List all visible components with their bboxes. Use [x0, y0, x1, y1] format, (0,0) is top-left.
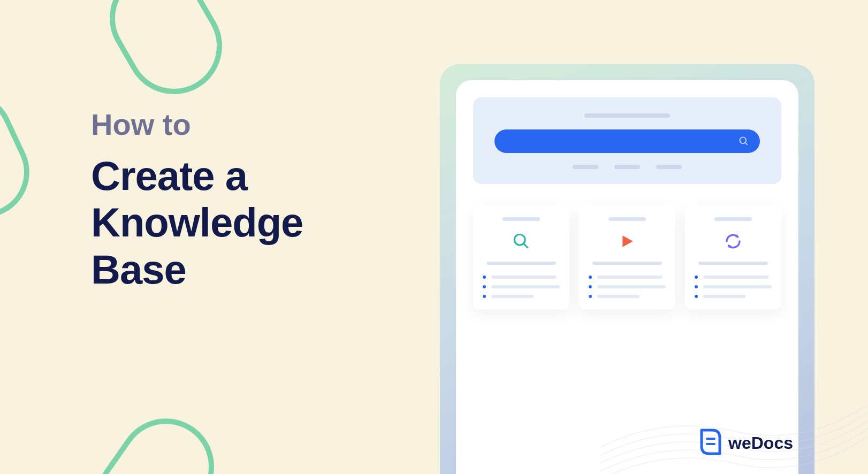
list-item: [589, 276, 666, 279]
placeholder-line: [614, 165, 640, 169]
search-icon: [738, 136, 749, 147]
placeholder-line: [698, 262, 768, 265]
placeholder-line: [584, 113, 670, 118]
list-item: [483, 295, 560, 298]
list-item: [483, 276, 560, 279]
refresh-icon: [722, 231, 744, 252]
list-item: [695, 285, 772, 288]
list-item: [483, 285, 560, 288]
wedocs-logo-icon: [699, 428, 722, 458]
decorative-blob: [78, 400, 233, 474]
placeholder-line: [486, 262, 556, 265]
category-cards-row: [473, 205, 781, 310]
play-icon: [616, 231, 638, 252]
decorative-blob: [92, 0, 240, 112]
knowledge-base-mockup-frame: [440, 64, 814, 474]
bullet-list: [695, 276, 772, 298]
placeholder-line: [714, 217, 752, 221]
bullet-list: [483, 276, 560, 298]
category-card[interactable]: [685, 205, 781, 310]
page-heading: How to Create a Knowledge Base: [91, 107, 303, 293]
knowledge-base-mockup-screen: [456, 80, 798, 474]
search-icon: [511, 231, 532, 252]
list-item: [589, 285, 666, 288]
wedocs-logo: weDocs: [699, 428, 793, 458]
svg-line-1: [745, 143, 748, 145]
decorative-blob: [0, 78, 44, 232]
placeholder-line: [592, 262, 662, 265]
heading-eyebrow: How to: [91, 107, 303, 142]
placeholder-line-group: [573, 165, 682, 169]
placeholder-line: [502, 217, 540, 221]
wedocs-logo-text: weDocs: [728, 433, 793, 453]
category-card[interactable]: [473, 205, 569, 310]
placeholder-line: [656, 165, 682, 169]
svg-line-3: [523, 243, 528, 248]
search-bar[interactable]: [494, 129, 760, 153]
list-item: [695, 276, 772, 279]
category-card[interactable]: [579, 205, 675, 310]
svg-point-0: [740, 137, 747, 144]
list-item: [695, 295, 772, 298]
bullet-list: [589, 276, 666, 298]
search-banner: [473, 97, 781, 184]
svg-point-2: [514, 234, 525, 245]
placeholder-line: [573, 165, 598, 169]
placeholder-line: [608, 217, 646, 221]
heading-title: Create a Knowledge Base: [91, 152, 303, 293]
list-item: [589, 295, 666, 298]
